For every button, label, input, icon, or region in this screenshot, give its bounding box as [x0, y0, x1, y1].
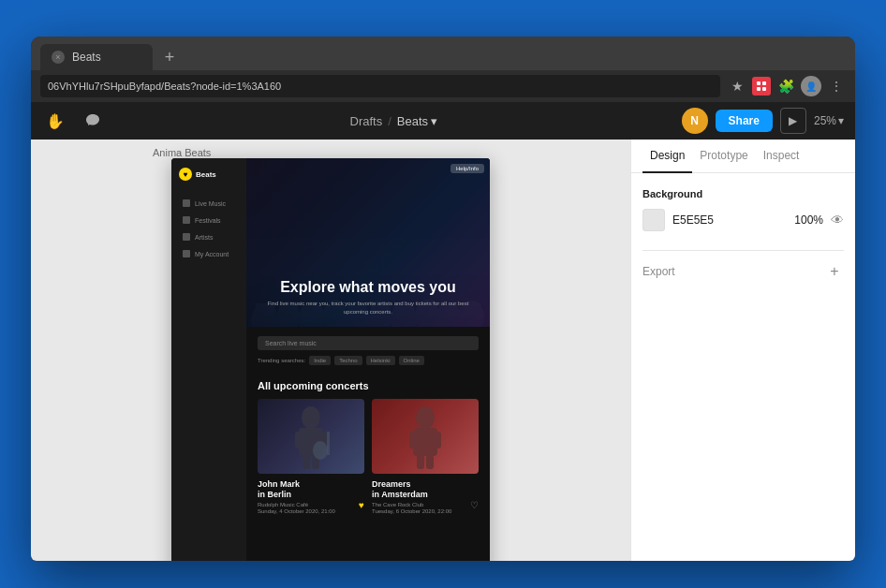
hero-subtitle: Find live music near you, track your fav… [258, 300, 479, 316]
extension-icon[interactable] [752, 77, 771, 96]
background-color-hex[interactable]: E5E5E5 [672, 213, 787, 227]
design-panel: Design Prototype Inspect Background E5E5… [630, 140, 855, 561]
beats-logo-icon: ♥ [179, 168, 192, 181]
nav-item-live-music[interactable]: Live Music [179, 196, 239, 211]
beats-main-content: Help/Info Explore what moves you Find li… [246, 158, 490, 561]
concert-date-john: Sunday, 4 October 2020, 21:00 [258, 508, 364, 514]
beats-file-dropdown[interactable]: Beats ▾ [397, 114, 437, 128]
tab-bar: × Beats + [31, 37, 855, 70]
tab-close-button[interactable]: × [52, 51, 65, 64]
play-button[interactable]: ▶ [780, 108, 806, 134]
concert-image-dreamers [372, 399, 479, 474]
concert-photo-dreamers [372, 399, 479, 474]
dropdown-icon: ▾ [431, 114, 437, 128]
svg-point-36 [416, 406, 435, 429]
hand-tool[interactable]: ✋ [42, 108, 68, 134]
concerts-section-title: All upcoming concerts [258, 380, 479, 391]
concert-photo-john [258, 399, 364, 474]
concert-date-dreamers: Tuesday, 6 October 2020, 22:00 [372, 508, 479, 514]
svg-rect-40 [417, 455, 424, 469]
browser-chrome: × Beats + 06VhYHlu7rSHpuByfapd/Beats?nod… [31, 37, 855, 102]
svg-point-34 [313, 441, 328, 460]
help-button[interactable]: Help/Info [450, 164, 484, 173]
star-icon[interactable]: ★ [728, 77, 746, 96]
figma-toolbar: ✋ Drafts / Beats ▾ N [31, 102, 855, 140]
concert-card-dreamers[interactable]: Dreamersin Amsterdam The Cave Rock Club … [372, 399, 479, 514]
svg-rect-3 [762, 87, 766, 91]
beats-hero: Help/Info Explore what moves you Find li… [246, 158, 490, 327]
trending-tag-indie[interactable]: Indie [309, 356, 331, 365]
beats-search-bar[interactable]: Search live music [258, 336, 479, 350]
browser-window: × Beats + 06VhYHlu7rSHpuByfapd/Beats?nod… [31, 37, 855, 561]
svg-rect-39 [434, 432, 441, 448]
zoom-control[interactable]: 25% ▾ [814, 114, 844, 127]
beats-search-section: Search live music Trending searches: Ind… [246, 327, 490, 371]
nav-festivals-icon [183, 216, 190, 224]
nav-festivals-label: Festivals [195, 217, 221, 224]
favorite-heart-outline-icon[interactable]: ♡ [470, 500, 479, 510]
concert-venue-dreamers: The Cave Rock Club [372, 502, 479, 507]
export-label: Export [642, 265, 675, 278]
nav-item-festivals[interactable]: Festivals [179, 213, 239, 228]
browser-menu-icon[interactable]: ⋮ [827, 77, 846, 96]
panel-tabs: Design Prototype Inspect [631, 140, 855, 173]
browser-avatar[interactable]: 👤 [801, 76, 821, 96]
concert-image-john-mark [258, 399, 364, 474]
export-row: Export + [642, 262, 844, 281]
toolbar-breadcrumb: Drafts / Beats ▾ [350, 114, 438, 128]
breadcrumb-separator: / [388, 114, 391, 128]
visibility-toggle-icon[interactable]: 👁 [831, 213, 844, 228]
background-color-swatch[interactable] [642, 209, 665, 231]
concert-venue-john: Rudolph Music Café [258, 502, 364, 507]
comment-tool[interactable] [80, 108, 106, 134]
breadcrumb-file: Beats [397, 114, 428, 128]
svg-rect-30 [295, 432, 303, 448]
toolbar-right: N Share ▶ 25% ▾ [682, 108, 844, 134]
svg-rect-0 [757, 81, 760, 85]
browser-actions: ★ 🧩 👤 ⋮ [728, 76, 846, 96]
share-button[interactable]: Share [716, 110, 773, 132]
breadcrumb-drafts[interactable]: Drafts [350, 114, 383, 128]
nav-live-music-icon [183, 199, 190, 207]
concert-cards-grid: John Markin Berlin Rudolph Music Café Su… [258, 399, 479, 514]
beats-frame: ♥ Beats Live Music Festivals [171, 158, 490, 561]
svg-rect-38 [409, 432, 417, 448]
nav-live-music-label: Live Music [195, 200, 226, 207]
concert-action-dreamers[interactable]: ♡ [470, 495, 479, 512]
panel-divider [642, 250, 844, 251]
hero-content: Explore what moves you Find live music n… [246, 267, 490, 327]
background-section-title: Background [642, 188, 844, 199]
url-text: 06VhYHlu7rSHpuByfapd/Beats?node-id=1%3A1… [48, 81, 281, 92]
tab-design[interactable]: Design [642, 140, 692, 173]
figma-app: ✋ Drafts / Beats ▾ N [31, 102, 855, 561]
panel-content: Background E5E5E5 100% 👁 Export [631, 173, 855, 561]
nav-artists-label: Artists [195, 234, 213, 241]
canvas-area[interactable]: Anima Beats ♥ Beats Live Music [31, 140, 630, 561]
nav-item-account[interactable]: My Account [179, 246, 239, 261]
beats-logo-text: Beats [196, 170, 216, 179]
trending-tag-online[interactable]: Online [399, 356, 424, 365]
export-add-button[interactable]: + [825, 262, 844, 281]
active-tab[interactable]: × Beats [40, 44, 153, 70]
trending-tag-techno[interactable]: Techno [334, 356, 362, 365]
trending-row: Trending searches: Indie Techno Helsinki… [258, 356, 479, 365]
tab-prototype[interactable]: Prototype [692, 140, 755, 173]
background-color-opacity[interactable]: 100% [794, 213, 823, 227]
beats-sidebar: ♥ Beats Live Music Festivals [171, 158, 246, 561]
zoom-level: 25% [814, 114, 836, 127]
puzzle-icon[interactable]: 🧩 [776, 77, 795, 96]
nav-account-icon [183, 250, 190, 257]
url-field[interactable]: 06VhYHlu7rSHpuByfapd/Beats?node-id=1%3A1… [40, 75, 720, 97]
tab-inspect[interactable]: Inspect [756, 140, 807, 173]
nav-item-artists[interactable]: Artists [179, 229, 239, 244]
concert-card-john-mark[interactable]: John Markin Berlin Rudolph Music Café Su… [258, 399, 364, 514]
beats-logo: ♥ Beats [179, 168, 239, 181]
hero-title: Explore what moves you [258, 278, 479, 296]
concert-action-john[interactable]: ♥ [359, 495, 364, 512]
main-content: Anima Beats ♥ Beats Live Music [31, 140, 855, 561]
address-bar: 06VhYHlu7rSHpuByfapd/Beats?node-id=1%3A1… [31, 70, 855, 102]
favorite-heart-filled-icon[interactable]: ♥ [359, 500, 364, 510]
trending-tag-helsinki[interactable]: Helsinki [366, 356, 395, 365]
user-avatar: N [682, 108, 708, 134]
new-tab-button[interactable]: + [156, 44, 183, 70]
